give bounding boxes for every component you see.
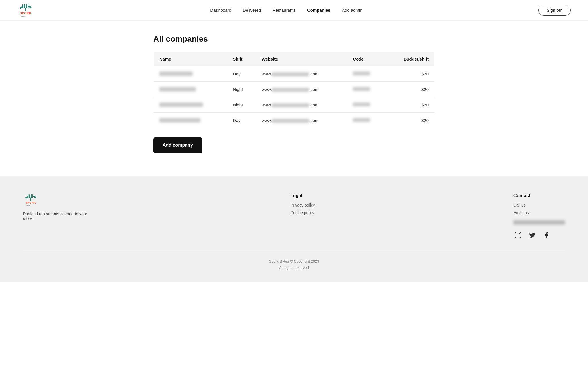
add-company-button[interactable]: Add company: [153, 137, 202, 153]
email-us-link[interactable]: Email us: [513, 210, 565, 215]
company-budget: $20: [386, 97, 435, 113]
copyright: Spork Bytes © Copyright 2023: [23, 258, 565, 265]
nav-dashboard[interactable]: Dashboard: [210, 8, 231, 13]
cookie-policy-link[interactable]: Cookie policy: [290, 210, 315, 215]
svg-text:Bytes: Bytes: [27, 205, 31, 206]
col-code: Code: [347, 52, 385, 66]
svg-point-22: [519, 233, 520, 234]
company-budget: $20: [386, 66, 435, 82]
svg-rect-13: [32, 194, 33, 198]
company-name: REDACTED: [154, 82, 227, 97]
svg-rect-5: [25, 8, 26, 11]
company-shift: Day: [227, 66, 256, 82]
svg-rect-11: [29, 194, 30, 198]
twitter-icon[interactable]: [528, 230, 537, 240]
table-row[interactable]: REDACTEDDaywww..comCODE$20: [154, 66, 435, 82]
footer-contact-title: Contact: [513, 193, 565, 198]
svg-text:SPORK: SPORK: [25, 201, 36, 204]
svg-rect-2: [26, 4, 27, 8]
page-title: All companies: [153, 34, 435, 44]
col-website: Website: [256, 52, 347, 66]
footer-legal: Legal Privacy policy Cookie policy: [290, 193, 315, 218]
facebook-icon[interactable]: [542, 230, 551, 240]
svg-text:SPORK: SPORK: [20, 12, 32, 15]
svg-point-21: [517, 234, 519, 236]
table-row[interactable]: REDACTEDDaywww..comCODE$20: [154, 113, 435, 128]
company-website: www..com: [256, 66, 347, 82]
footer-bottom: Spork Bytes © Copyright 2023 All rights …: [23, 251, 565, 271]
social-icons: [513, 230, 565, 240]
col-shift: Shift: [227, 52, 256, 66]
privacy-policy-link[interactable]: Privacy policy: [290, 203, 315, 207]
nav-delivered[interactable]: Delivered: [243, 8, 261, 13]
sign-out-button[interactable]: Sign out: [538, 5, 571, 16]
instagram-icon[interactable]: [513, 230, 523, 240]
table-row[interactable]: REDACTEDNightwww..comCODE$20: [154, 82, 435, 97]
company-website: www..com: [256, 82, 347, 97]
company-name: REDACTED: [154, 97, 227, 113]
svg-rect-12: [31, 194, 32, 198]
svg-text:Bytes: Bytes: [21, 15, 26, 17]
all-rights: All rights reserved: [23, 265, 565, 271]
nav-restaurants[interactable]: Restaurants: [272, 8, 296, 13]
company-code: CODE: [347, 113, 385, 128]
call-us-link[interactable]: Call us: [513, 203, 565, 207]
svg-rect-1: [24, 4, 25, 8]
company-shift: Night: [227, 82, 256, 97]
company-code: CODE: [347, 66, 385, 82]
nav-companies[interactable]: Companies: [307, 8, 330, 13]
company-name: REDACTED: [154, 113, 227, 128]
company-code: CODE: [347, 97, 385, 113]
company-budget: $20: [386, 113, 435, 128]
svg-rect-20: [515, 232, 521, 238]
company-code: CODE: [347, 82, 385, 97]
table-row[interactable]: REDACTEDNightwww..comCODE$20: [154, 97, 435, 113]
company-shift: Night: [227, 97, 256, 113]
col-budget: Budget/shift: [386, 52, 435, 66]
svg-rect-15: [30, 198, 31, 201]
footer-contact: Contact Call us Email us: [513, 193, 565, 240]
footer-email-blurred: [513, 220, 565, 225]
svg-rect-3: [28, 4, 28, 8]
company-website: www..com: [256, 113, 347, 128]
footer-tagline: Portland restaurants catered to your off…: [23, 211, 92, 221]
svg-point-17: [33, 195, 36, 198]
logo[interactable]: SPORK Bytes: [17, 3, 34, 18]
footer-brand: SPORK Bytes Portland restaurants catered…: [23, 193, 92, 221]
company-website: www..com: [256, 97, 347, 113]
company-name: REDACTED: [154, 66, 227, 82]
svg-point-7: [28, 5, 32, 8]
company-shift: Day: [227, 113, 256, 128]
col-name: Name: [154, 52, 227, 66]
main-nav: Dashboard Delivered Restaurants Companie…: [210, 8, 362, 13]
companies-table: Name Shift Website Code Budget/shift RED…: [153, 52, 435, 128]
company-budget: $20: [386, 82, 435, 97]
nav-add-admin[interactable]: Add admin: [342, 8, 363, 13]
footer-legal-title: Legal: [290, 193, 315, 198]
